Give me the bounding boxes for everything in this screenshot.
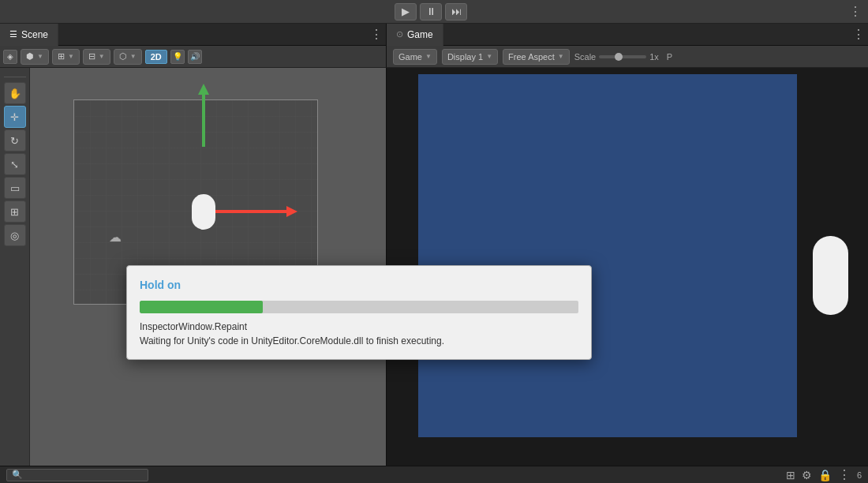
game-capsule-object <box>813 236 848 315</box>
scale-slider-thumb[interactable] <box>615 53 623 61</box>
bottom-status-bar: 🔍 ⊞ ⚙ 🔒 ⋮ 6 <box>0 466 868 483</box>
content-area: ✋ ✛ ↻ ⤡ ▭ ⊞ ◎ ☁ <box>0 68 868 483</box>
lock-icon[interactable]: 🔒 <box>818 469 832 481</box>
scene-tab-label: Scene <box>21 29 48 40</box>
maximize-btn[interactable]: P <box>667 52 672 62</box>
main-area: ☰ Scene ⋮ ⊙ Game ⋮ ◈ ⬢▼ ⊞▼ ⊟▼ <box>0 24 868 483</box>
dialog-status1: InspectorWindow.Repaint <box>140 321 578 332</box>
game-panel-menu[interactable]: ⋮ <box>849 24 868 46</box>
game-label: Game <box>398 52 422 62</box>
move-tool[interactable]: ✛ <box>4 106 26 128</box>
scale-label: Scale <box>574 52 597 62</box>
scene-tools-panel: ✋ ✛ ↻ ⤡ ▭ ⊞ ◎ <box>0 68 30 483</box>
transform-tool[interactable]: ⊞ <box>4 200 26 223</box>
scene-grid-dropdown[interactable]: ⊟▼ <box>83 49 110 65</box>
gizmo-right-arrow <box>215 210 286 213</box>
hold-on-dialog: Hold on InspectorWindow.Repaint Waiting … <box>126 265 592 360</box>
display-label: Display 1 <box>447 52 483 62</box>
game-toolbar: Game ▼ Display 1 ▼ Free Aspect ▼ Scale 1… <box>387 46 868 68</box>
game-tab-icon: ⊙ <box>396 29 403 39</box>
scene-panel-menu[interactable]: ⋮ <box>367 24 386 46</box>
progress-bar-container <box>140 301 578 313</box>
search-icon: 🔍 <box>12 470 23 480</box>
custom-editor-tool[interactable]: ◎ <box>4 224 26 246</box>
scene-gizmo-dropdown[interactable]: ⊞▼ <box>52 49 80 65</box>
more-options-icon[interactable]: ⋮ <box>849 4 862 19</box>
toolbars-row: ◈ ⬢▼ ⊞▼ ⊟▼ ⬡▼ 2D 💡 🔊 Game ▼ Dis <box>0 46 868 68</box>
gizmo-object <box>192 194 215 230</box>
count-badge: 6 <box>857 470 862 480</box>
dialog-status2: Waiting for Unity's code in UnityEditor.… <box>140 335 578 346</box>
scale-control: Scale 1x <box>574 52 659 62</box>
scale-tool[interactable]: ⤡ <box>4 153 26 175</box>
scene-tab[interactable]: ☰ Scene <box>0 24 58 46</box>
scene-tab-panel: ☰ Scene ⋮ <box>0 24 387 45</box>
scene-view-icon[interactable]: ◈ <box>3 50 17 64</box>
game-canvas <box>418 74 797 437</box>
display-dropdown[interactable]: Display 1 ▼ <box>442 49 498 65</box>
scene-light-icon[interactable]: 💡 <box>170 50 185 64</box>
rotate-tool[interactable]: ↻ <box>4 129 26 152</box>
scene-audio-icon[interactable]: 🔊 <box>188 50 202 64</box>
aspect-dropdown[interactable]: Free Aspect ▼ <box>503 49 570 65</box>
scene-toolbar: ◈ ⬢▼ ⊞▼ ⊟▼ ⬡▼ 2D 💡 🔊 <box>0 46 387 68</box>
scene-camera-dropdown[interactable]: ⬢▼ <box>21 49 49 65</box>
hand-tool[interactable]: ✋ <box>4 82 26 104</box>
rect-tool[interactable]: ▭ <box>4 177 26 199</box>
gizmo-up-arrow <box>202 92 205 147</box>
top-toolbar: ▶ ⏸ ⏭ ⋮ <box>0 0 868 24</box>
game-tab-panel: ⊙ Game ⋮ <box>387 24 868 45</box>
play-button[interactable]: ▶ <box>395 3 417 21</box>
pause-button[interactable]: ⏸ <box>420 3 442 21</box>
progress-bar-fill <box>140 301 263 313</box>
cloud-icon: ☁ <box>109 230 122 245</box>
game-mode-dropdown[interactable]: Game ▼ <box>393 49 437 65</box>
game-tab-label: Game <box>407 29 433 40</box>
step-button[interactable]: ⏭ <box>445 3 467 21</box>
dialog-title: Hold on <box>140 279 578 291</box>
search-input[interactable]: 🔍 <box>6 469 148 481</box>
scene-render-dropdown[interactable]: ⬡▼ <box>114 49 142 65</box>
aspect-label: Free Aspect <box>508 52 555 62</box>
2d-button[interactable]: 2D <box>145 50 167 64</box>
scale-slider-track[interactable] <box>599 55 646 58</box>
more-icon[interactable]: ⋮ <box>838 467 851 482</box>
scene-view: ✋ ✛ ↻ ⤡ ▭ ⊞ ◎ ☁ <box>0 68 387 483</box>
game-tab[interactable]: ⊙ Game <box>387 24 443 46</box>
console-icon[interactable]: ⊞ <box>786 469 795 481</box>
scale-value: 1x <box>649 52 659 62</box>
tabs-row: ☰ Scene ⋮ ⊙ Game ⋮ <box>0 24 868 46</box>
settings-icon[interactable]: ⚙ <box>802 469 812 481</box>
scene-tab-icon: ☰ <box>9 29 17 39</box>
